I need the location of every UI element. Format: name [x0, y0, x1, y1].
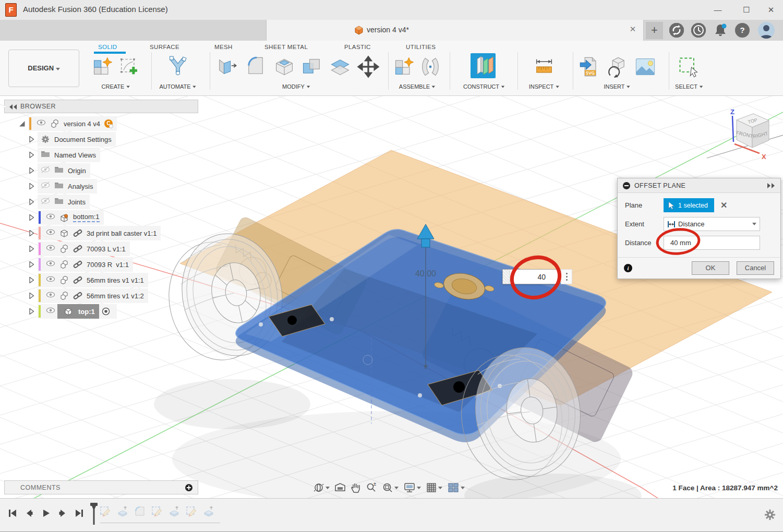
browser-item-70093-l-v1-1[interactable]: 70093 L v1:1: [4, 241, 161, 257]
expand-node-icon[interactable]: [27, 245, 35, 253]
visibility-off-icon[interactable]: [41, 197, 50, 207]
expand-node-icon[interactable]: [27, 135, 35, 143]
minimize-button[interactable]: —: [710, 3, 726, 17]
expand-node-icon[interactable]: [27, 213, 35, 222]
browser-item-analysis[interactable]: Analysis: [4, 178, 161, 194]
timeline-feature-extrude[interactable]: [168, 505, 180, 517]
move-copy-icon[interactable]: [357, 55, 380, 78]
timeline-feature-extrude[interactable]: [202, 505, 215, 517]
insert-derive-icon[interactable]: [606, 55, 629, 78]
combine-icon[interactable]: [300, 55, 323, 78]
timeline-feature-sketch[interactable]: [99, 505, 112, 517]
visibility-on-icon[interactable]: [46, 307, 55, 316]
maximize-button[interactable]: ☐: [739, 3, 754, 17]
group-insert[interactable]: INSERT: [604, 83, 630, 90]
new-component-icon[interactable]: [393, 55, 416, 78]
group-select[interactable]: SELECT: [675, 83, 703, 90]
browser-panel-header[interactable]: BROWSER: [4, 100, 198, 113]
grid-settings-icon[interactable]: [426, 482, 442, 493]
insert-svg-icon[interactable]: SVG: [579, 55, 601, 78]
step-forward-button[interactable]: [57, 508, 68, 518]
job-status-icon[interactable]: [669, 23, 684, 38]
visibility-on-icon[interactable]: [46, 275, 55, 285]
input-options-menu[interactable]: [561, 269, 572, 284]
collapse-panel-icon[interactable]: [9, 104, 17, 110]
group-inspect[interactable]: INSPECT: [529, 83, 560, 90]
dialog-expand-icon[interactable]: [767, 183, 775, 188]
distance-input-widget[interactable]: [502, 269, 559, 284]
browser-item-56mm-tires-v1-v1-2[interactable]: 56mm tires v1 v1:2: [4, 288, 161, 304]
expand-node-icon[interactable]: [27, 307, 35, 316]
visibility-on-icon[interactable]: [37, 119, 46, 128]
extent-dropdown[interactable]: Distance: [664, 217, 760, 231]
selected-item-highlight[interactable]: top:1: [57, 304, 99, 319]
visibility-on-icon[interactable]: [46, 244, 55, 253]
fillet-icon[interactable]: [244, 55, 267, 78]
activate-component-radio[interactable]: [101, 307, 111, 316]
distance-value-input[interactable]: [510, 270, 558, 284]
group-assemble[interactable]: ASSEMBLE: [399, 83, 436, 90]
group-automate[interactable]: AUTOMATE: [159, 83, 196, 90]
browser-item-version-4-v4[interactable]: version 4 v4C: [4, 116, 161, 131]
visibility-on-icon[interactable]: [46, 260, 55, 269]
visibility-off-icon[interactable]: [41, 182, 50, 191]
expand-node-icon[interactable]: [27, 151, 35, 159]
new-tab-button[interactable]: +: [646, 22, 663, 39]
browser-item-origin[interactable]: Origin: [4, 163, 161, 178]
play-button[interactable]: [41, 508, 51, 518]
pan-icon[interactable]: [351, 482, 361, 493]
view-cube[interactable]: TOP FRONT RIGHT Z X: [707, 108, 783, 161]
workspace-switcher[interactable]: DESIGN: [8, 50, 79, 87]
group-construct[interactable]: CONSTRUCT: [463, 83, 505, 90]
browser-item-3d-print-ball-caster-v1-1[interactable]: 3d print ball caster v1:1: [4, 225, 161, 241]
visibility-on-icon[interactable]: [46, 228, 55, 238]
dialog-collapse-icon[interactable]: [623, 182, 630, 189]
timeline-settings-gear-icon[interactable]: [764, 509, 776, 521]
visibility-off-icon[interactable]: [41, 166, 50, 175]
expand-node-icon[interactable]: [27, 229, 35, 237]
look-at-icon[interactable]: [334, 482, 346, 493]
zoom-icon[interactable]: ±: [366, 482, 377, 493]
insert-canvas-icon[interactable]: [634, 55, 657, 78]
document-tab[interactable]: version 4 v4* ✕: [266, 20, 644, 41]
tab-surface[interactable]: SURFACE: [150, 44, 179, 50]
browser-item-70093-r-v1-1[interactable]: 70093 R v1:1: [4, 257, 161, 272]
tab-mesh[interactable]: MESH: [214, 44, 233, 50]
browser-item-top-1[interactable]: top:1: [4, 304, 161, 319]
ok-button[interactable]: OK: [692, 261, 729, 275]
offset-plane-tool-active[interactable]: [471, 53, 496, 78]
browser-item-document-settings[interactable]: Document Settings: [4, 131, 161, 147]
tab-plastic[interactable]: PLASTIC: [344, 44, 371, 50]
browser-item-56mm-tires-v1-v1-1[interactable]: 56mm tires v1 v1:1: [4, 272, 161, 288]
expand-node-icon[interactable]: [27, 276, 35, 284]
create-form-icon[interactable]: [91, 55, 114, 78]
timeline-feature-sketch[interactable]: [185, 505, 198, 517]
expand-node-icon[interactable]: [27, 292, 35, 300]
info-icon[interactable]: i: [624, 264, 632, 272]
collapse-node-icon[interactable]: [18, 119, 26, 128]
go-to-start-button[interactable]: [7, 508, 18, 518]
step-back-button[interactable]: [24, 508, 34, 518]
offset-face-icon[interactable]: [329, 55, 352, 78]
viewports-icon[interactable]: [447, 482, 465, 493]
cancel-button[interactable]: Cancel: [737, 261, 774, 275]
close-button[interactable]: ✕: [763, 3, 779, 17]
cloud-status-badge[interactable]: C: [104, 119, 113, 128]
zoom-window-icon[interactable]: [382, 482, 399, 493]
clear-selection-icon[interactable]: ✕: [720, 200, 727, 210]
add-comment-icon[interactable]: [185, 484, 192, 491]
select-icon[interactable]: [677, 55, 700, 78]
measure-icon[interactable]: [533, 55, 556, 78]
press-pull-icon[interactable]: [215, 55, 238, 78]
visibility-on-icon[interactable]: [46, 213, 55, 222]
browser-item-bottom-1[interactable]: bottom:1: [4, 210, 161, 225]
expand-node-icon[interactable]: [27, 182, 35, 190]
distance-field[interactable]: [664, 236, 760, 250]
automate-icon[interactable]: [166, 55, 189, 78]
input-drag-handle[interactable]: [503, 270, 510, 284]
expand-node-icon[interactable]: [27, 166, 35, 175]
expand-node-icon[interactable]: [27, 260, 35, 269]
dialog-header[interactable]: OFFSET PLANE: [618, 178, 780, 193]
shell-icon[interactable]: [273, 55, 296, 78]
history-clock-icon[interactable]: [691, 23, 706, 38]
